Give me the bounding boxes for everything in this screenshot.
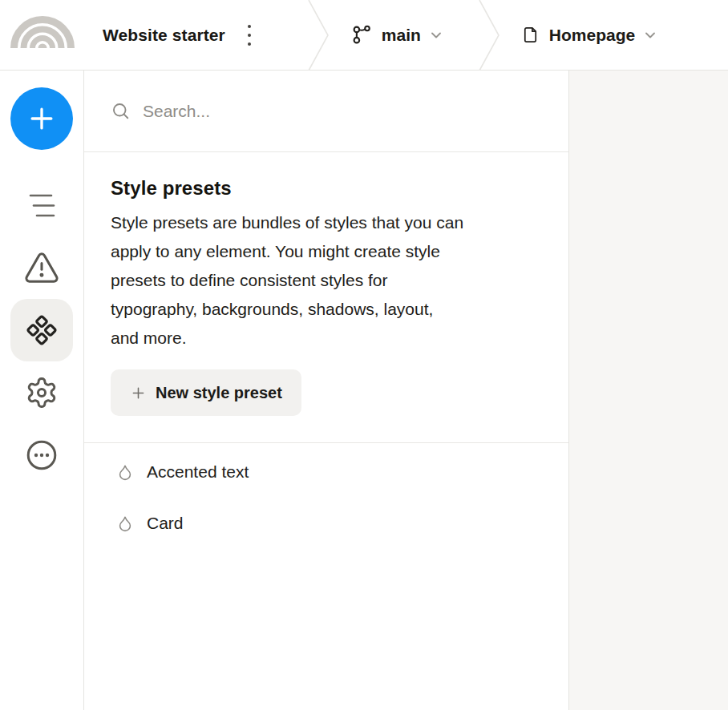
search-input[interactable] [143, 102, 542, 121]
app-body: Style presets Style presets are bundles … [0, 71, 728, 710]
sidebar-item-settings[interactable] [10, 361, 73, 424]
layers-lines-icon [29, 192, 55, 219]
settings-gear-icon [25, 376, 59, 409]
preset-row-accented-text[interactable]: Accented text [84, 446, 568, 498]
search-icon [111, 101, 131, 121]
more-circle-ellipsis-icon [25, 438, 59, 472]
preset-row-card[interactable]: Card [84, 498, 568, 549]
sidebar-item-issues[interactable] [10, 236, 73, 299]
breadcrumb-divider [308, 0, 329, 71]
section-description: Style presets are bundles of styles that… [111, 208, 542, 353]
branch-name: main [382, 26, 421, 45]
style-presets-diamonds-icon [26, 315, 57, 345]
page-selector[interactable]: Homepage [521, 26, 658, 45]
new-style-preset-button[interactable]: New style preset [111, 369, 301, 416]
style-presets-panel: Style presets Style presets are bundles … [84, 71, 569, 710]
section-title: Style presets [111, 177, 542, 200]
droplet-icon [116, 514, 134, 532]
preset-label: Accented text [147, 462, 249, 482]
plus-icon [26, 103, 57, 134]
add-button[interactable] [10, 87, 73, 150]
preset-list: Accented text Card [84, 443, 568, 549]
search-bar [84, 71, 568, 152]
plus-icon [130, 385, 147, 401]
sidebar-item-layers[interactable] [10, 174, 73, 236]
branch-selector[interactable]: main [352, 25, 444, 45]
chevron-down-icon [642, 27, 658, 43]
chevron-down-icon [428, 27, 444, 43]
page-file-icon [521, 26, 540, 44]
app-logo-icon[interactable] [10, 6, 75, 48]
topbar: Website starter main Homepage [0, 0, 728, 71]
sidebar-item-more[interactable] [10, 424, 73, 486]
style-presets-intro: Style presets Style presets are bundles … [84, 152, 568, 443]
breadcrumb-divider [479, 0, 499, 71]
warning-triangle-icon [23, 249, 60, 286]
canvas-area [569, 71, 728, 710]
page-name: Homepage [549, 26, 635, 45]
new-style-preset-label: New style preset [156, 384, 282, 402]
git-branch-icon [352, 25, 372, 45]
project-menu-kebab-icon[interactable] [245, 20, 254, 50]
droplet-icon [116, 463, 134, 481]
sidebar-item-style-presets[interactable] [10, 299, 73, 361]
sidebar [0, 71, 84, 710]
preset-label: Card [147, 514, 184, 533]
project-name[interactable]: Website starter [103, 26, 225, 45]
